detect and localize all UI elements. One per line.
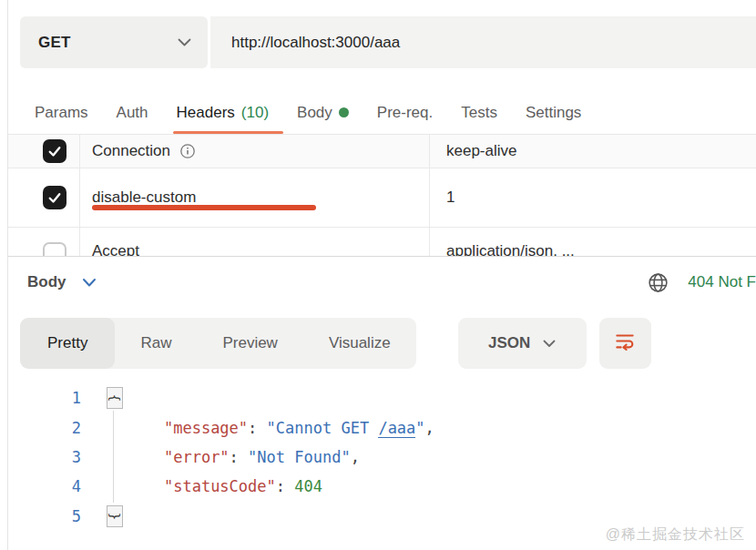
- line-number: 1: [8, 389, 81, 407]
- view-tab-preview[interactable]: Preview: [197, 318, 302, 369]
- header-row-checkbox[interactable]: [43, 242, 66, 256]
- response-header: Body 404 Not F: [8, 257, 756, 308]
- header-row: Acceptapplication/json, ...: [8, 228, 756, 256]
- app-window: GET http://localhost:3000/aaa ParamsAuth…: [0, 0, 756, 550]
- code-text: "error": "Not Found",: [127, 448, 360, 466]
- tab-tests[interactable]: Tests: [461, 91, 497, 134]
- header-key-cell[interactable]: Connection: [80, 135, 430, 168]
- tab-params[interactable]: Params: [35, 91, 88, 134]
- tab-pre-req-[interactable]: Pre-req.: [377, 91, 433, 134]
- status-badge: 404 Not F: [688, 273, 756, 291]
- format-select[interactable]: JSON: [458, 318, 587, 369]
- tab-label: Pre-req.: [377, 104, 433, 122]
- globe-icon: [647, 271, 669, 294]
- header-row: Connectionkeep-alive: [8, 135, 756, 168]
- info-icon: [179, 143, 196, 159]
- code-line: 4 "statusCode": 404: [8, 472, 756, 501]
- header-key-cell[interactable]: disable-custom: [80, 168, 430, 227]
- request-url-bar: GET http://localhost:3000/aaa: [20, 16, 756, 68]
- wrap-text-button[interactable]: [599, 318, 651, 369]
- chevron-down-icon[interactable]: [82, 278, 97, 288]
- fold-gutter: [81, 412, 127, 442]
- view-tab-pretty[interactable]: Pretty: [20, 318, 115, 369]
- tab-label: Body: [297, 104, 332, 122]
- header-value-cell[interactable]: 1: [430, 168, 756, 227]
- method-label: GET: [38, 34, 71, 52]
- chevron-down-icon: [543, 340, 556, 348]
- wrap-text-icon: [613, 330, 637, 357]
- code-text: "message": "Cannot GET /aaa",: [127, 419, 434, 437]
- view-mode-tabs: PrettyRawPreviewVisualize: [20, 318, 416, 369]
- request-tabs: ParamsAuthHeaders(10)BodyPre-req.TestsSe…: [8, 91, 756, 134]
- fold-gutter: {: [81, 383, 127, 412]
- tab-label: Tests: [461, 104, 497, 122]
- code-text: "statusCode": 404: [127, 477, 322, 495]
- red-annotation-underline: [92, 205, 316, 210]
- header-value: 1: [446, 188, 455, 207]
- code-line: 2 "message": "Cannot GET /aaa",: [8, 412, 756, 442]
- format-label: JSON: [488, 334, 530, 352]
- fold-gutter: [81, 472, 127, 501]
- line-number: 3: [8, 448, 81, 466]
- response-panel: Body 404 Not F PrettyRawPreviewVisualize: [8, 256, 756, 550]
- header-value: application/json, ...: [446, 242, 575, 256]
- view-tab-visualize[interactable]: Visualize: [303, 318, 416, 369]
- header-value: keep-alive: [446, 142, 517, 160]
- path-link[interactable]: /aaa: [378, 419, 415, 438]
- response-status-area: 404 Not F: [647, 271, 756, 294]
- header-key: Accept: [92, 242, 139, 256]
- tab-count-badge: (10): [241, 104, 269, 122]
- code-fold-toggle[interactable]: {: [107, 387, 123, 409]
- watermark: @稀土掘金技术社区: [606, 525, 745, 545]
- header-value-cell[interactable]: keep-alive: [430, 135, 756, 168]
- header-row-checkbox[interactable]: [43, 186, 66, 209]
- method-select[interactable]: GET: [20, 16, 208, 68]
- tab-label: Settings: [526, 104, 581, 122]
- tab-label: Headers: [177, 104, 235, 122]
- tab-headers[interactable]: Headers(10): [177, 91, 270, 134]
- tab-body[interactable]: Body: [297, 91, 349, 134]
- view-tab-raw[interactable]: Raw: [115, 318, 197, 369]
- code-line: 3 "error": "Not Found",: [8, 443, 756, 472]
- url-text: http://localhost:3000/aaa: [231, 34, 400, 52]
- header-key: disable-custom: [92, 188, 196, 207]
- response-body-label: Body: [27, 273, 66, 291]
- code-fold-toggle[interactable]: }: [107, 505, 123, 527]
- header-key: Connection: [92, 142, 170, 160]
- response-view-bar: PrettyRawPreviewVisualize JSON: [20, 318, 756, 369]
- headers-table: Connectionkeep-alivedisable-custom1Accep…: [8, 134, 756, 256]
- tab-auth[interactable]: Auth: [117, 91, 148, 134]
- header-key-cell[interactable]: Accept: [80, 228, 430, 256]
- line-number: 4: [8, 477, 81, 495]
- header-value-cell[interactable]: application/json, ...: [430, 228, 756, 256]
- tab-settings[interactable]: Settings: [526, 91, 581, 134]
- fold-gutter: }: [81, 502, 127, 531]
- line-number: 5: [8, 507, 81, 525]
- tab-label: Params: [35, 104, 88, 122]
- fold-gutter: [81, 443, 127, 472]
- body-set-indicator-dot: [339, 107, 349, 117]
- chevron-down-icon: [178, 38, 191, 47]
- tab-label: Auth: [117, 104, 148, 122]
- header-row-checkbox[interactable]: [43, 139, 66, 163]
- header-row: disable-custom1: [8, 168, 756, 228]
- url-input[interactable]: http://localhost:3000/aaa: [210, 16, 756, 68]
- line-number: 2: [8, 419, 81, 437]
- code-line: 1{: [8, 383, 756, 412]
